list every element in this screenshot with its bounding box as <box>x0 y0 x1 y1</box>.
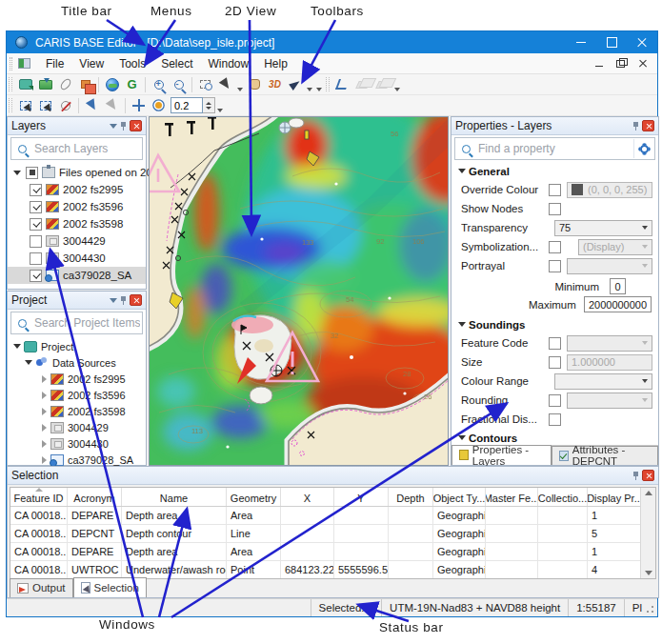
toolbar1-overflow[interactable] <box>314 75 324 94</box>
3d-view-button[interactable]: 3D <box>265 75 285 94</box>
measure-angle-button[interactable] <box>332 75 352 94</box>
table-row[interactable]: CA 00018...DEPAREDepth areaAreaGeographi… <box>10 543 655 561</box>
layer-checkbox[interactable] <box>30 201 42 213</box>
data-sources-item[interactable]: Data Sources <box>8 354 146 371</box>
mdi-restore-button[interactable] <box>615 58 628 69</box>
tolerance-spinner[interactable] <box>203 97 215 113</box>
property-search-input[interactable] <box>476 141 633 156</box>
select-tool-button[interactable] <box>215 75 235 94</box>
expander-closed-icon[interactable] <box>38 392 50 399</box>
symbolization-checkbox[interactable] <box>549 241 561 253</box>
table-row[interactable]: CA 00018...DEPAREDepth areaAreaGeographi… <box>10 507 655 525</box>
layers-search-input[interactable] <box>32 141 142 156</box>
project-panel-titlebar[interactable]: Project <box>8 292 146 310</box>
lasso-select-button[interactable] <box>82 96 102 115</box>
edit-cursor-button[interactable] <box>102 96 122 115</box>
snap-point-button[interactable] <box>149 96 169 115</box>
properties-pin-icon[interactable] <box>633 122 638 131</box>
status-crs[interactable]: UTM-19N-Nad83 + NAVD88 height <box>381 599 568 616</box>
column-header-depth[interactable]: Depth <box>389 488 433 506</box>
layer-checkbox[interactable] <box>30 235 42 248</box>
select-tool-dropdown[interactable] <box>235 75 245 94</box>
rounding-dropdown[interactable] <box>567 392 652 409</box>
properties-panel-titlebar[interactable]: Properties - Layers <box>451 117 658 135</box>
fractional-display-checkbox[interactable] <box>549 413 561 426</box>
menu-tools[interactable]: Tools <box>111 54 153 73</box>
flythrough-button[interactable] <box>285 75 305 94</box>
layer-item[interactable]: 3004429 <box>8 232 146 250</box>
project-search-input[interactable] <box>32 315 142 331</box>
menu-view[interactable]: View <box>71 54 111 73</box>
portrayal-dropdown[interactable] <box>567 258 652 274</box>
close-button[interactable] <box>627 31 657 53</box>
feature-code-checkbox[interactable] <box>549 337 561 350</box>
zoom-area-button[interactable] <box>195 75 215 94</box>
layers-menu-caret-icon[interactable] <box>110 124 117 129</box>
layer-down-button[interactable] <box>372 75 392 94</box>
selection-table-header[interactable]: Feature IDAcronymNameGeometryXYDepthObje… <box>10 488 655 507</box>
layer-checkbox[interactable] <box>30 184 42 196</box>
layer-checkbox[interactable] <box>30 270 42 282</box>
toolbar-grip2[interactable] <box>326 77 330 91</box>
property-settings-button[interactable] <box>633 139 654 158</box>
project-root-item[interactable]: Project <box>8 338 146 354</box>
layer-item[interactable]: 2002 fs3596 <box>8 198 146 215</box>
column-header-name[interactable]: Name <box>122 488 227 506</box>
project-item[interactable]: 2002 fs3596 <box>8 387 146 403</box>
override-colour-checkbox[interactable] <box>549 184 561 196</box>
rounding-checkbox[interactable] <box>549 394 561 407</box>
project-item[interactable]: 2002 fs2995 <box>8 371 146 387</box>
layers-pin-icon[interactable] <box>121 122 126 131</box>
column-header-object-ty-[interactable]: Object Ty... <box>433 488 486 506</box>
expander-closed-icon[interactable] <box>38 375 50 383</box>
layer-item[interactable]: 2002 fs3598 <box>8 215 146 232</box>
flythrough-dropdown[interactable] <box>305 75 314 94</box>
mdi-close-button[interactable] <box>637 58 650 69</box>
minimize-button[interactable] <box>566 31 596 53</box>
scroll-down-icon[interactable] <box>645 571 652 575</box>
maximum-scale-field[interactable]: 2000000000 <box>584 296 652 312</box>
table-vertical-scrollbar[interactable] <box>640 488 655 578</box>
project-item[interactable]: 3004430 <box>8 435 146 452</box>
section-soundings[interactable]: Soundings <box>451 315 658 333</box>
transparency-dropdown[interactable]: 75 <box>554 220 652 236</box>
column-header-master-fe-[interactable]: Master Fe... <box>486 488 538 506</box>
toolbar2-grip[interactable] <box>9 98 12 112</box>
mdi-minimize-button[interactable] <box>593 58 606 69</box>
layers-root-item[interactable]: Files opened on 201... <box>8 164 146 181</box>
column-header-display-pr-[interactable]: Display Pr... <box>588 488 643 506</box>
feature-code-dropdown[interactable] <box>567 335 652 352</box>
size-checkbox[interactable] <box>549 356 561 369</box>
colour-range-dropdown[interactable] <box>554 373 652 390</box>
project-menu-caret-icon[interactable] <box>110 298 117 303</box>
select-add-button[interactable] <box>35 96 55 115</box>
column-header-acronym[interactable]: Acronym <box>68 488 122 506</box>
selection-panel-titlebar[interactable]: Selection <box>8 467 658 485</box>
tab-output[interactable]: Output <box>10 578 73 597</box>
expander-closed-icon[interactable] <box>38 408 50 415</box>
move-feature-button[interactable] <box>129 96 149 115</box>
toolbar-grip[interactable] <box>9 77 12 91</box>
zoom-in-button[interactable]: + <box>149 75 169 94</box>
project-item[interactable]: 3004429 <box>8 419 146 435</box>
expander-open-icon[interactable] <box>13 171 21 175</box>
layers-panel-titlebar[interactable]: Layers <box>8 117 146 135</box>
project-item[interactable]: 2002 fs3598 <box>8 403 146 419</box>
override-colour-value[interactable]: (0, 0, 0, 255) <box>567 182 652 198</box>
portrayal-checkbox[interactable] <box>549 260 561 272</box>
tab-selection[interactable]: Selection <box>73 577 147 597</box>
selection-pin-icon[interactable] <box>633 472 638 480</box>
tab-properties-layers[interactable]: Properties - Layers <box>451 445 552 465</box>
expander-closed-icon[interactable] <box>38 424 50 432</box>
expander-closed-icon[interactable] <box>38 440 50 448</box>
layer-checkbox[interactable] <box>30 218 42 231</box>
globe-button[interactable] <box>102 75 122 94</box>
attach-button[interactable] <box>55 75 75 94</box>
tolerance-input[interactable] <box>171 97 203 113</box>
scroll-up-icon[interactable] <box>645 491 652 495</box>
layer-up-button[interactable] <box>352 75 372 94</box>
maximize-button[interactable] <box>596 31 627 53</box>
symbolization-dropdown[interactable]: (Display) <box>578 239 652 255</box>
column-header-feature-id[interactable]: Feature ID <box>10 488 68 506</box>
menu-file[interactable]: File <box>38 54 71 73</box>
